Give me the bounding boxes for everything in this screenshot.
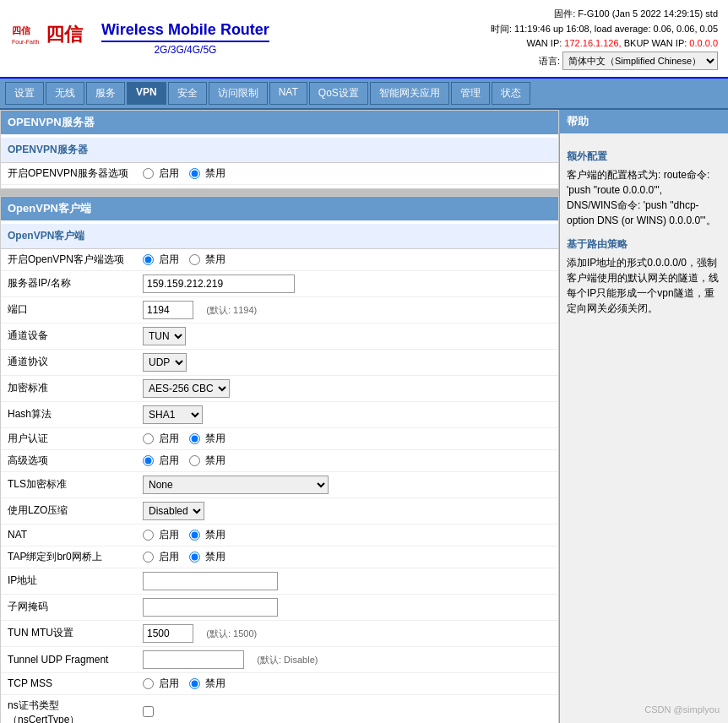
nat-cell: 启用 禁用 <box>136 524 558 546</box>
subnet-input[interactable] <box>143 598 278 617</box>
tunnel-protocol-label: 通道协议 <box>1 349 136 375</box>
server-ip-input[interactable] <box>143 275 295 293</box>
port-label: 端口 <box>1 296 136 323</box>
watermark: CSDN @simplyou <box>644 704 720 715</box>
nav-wireless[interactable]: 无线 <box>46 82 84 105</box>
tcp-mss-row: TCP MSS 启用 禁用 <box>1 672 558 694</box>
nat-row: NAT 启用 禁用 <box>1 524 558 546</box>
nav-bar: 设置 无线 服务 VPN 安全 访问限制 NAT QoS设置 智能网关应用 管理… <box>0 79 728 110</box>
lang-select[interactable]: 简体中文（Simplified Chinese） English <box>562 52 718 70</box>
tls-cipher-label: TLS加密标准 <box>1 471 136 497</box>
nat-disable-radio[interactable] <box>189 530 200 541</box>
ns-cert-label: ns证书类型（nsCertType） <box>1 694 136 723</box>
sidebar-content: 额外配置 客户端的配置格式为: route命令: 'push "route 0.… <box>560 133 728 323</box>
mtu-row: TUN MTU设置 (默认: 1500) <box>1 620 558 646</box>
server-enable-option[interactable]: 启用 <box>143 166 179 181</box>
user-auth-row: 用户认证 启用 禁用 <box>1 427 558 449</box>
tap-bridge-enable[interactable]: 启用 <box>143 550 179 564</box>
tunnel-protocol-select[interactable]: UDP TCP <box>143 353 187 372</box>
nat-enable-radio[interactable] <box>143 530 154 541</box>
hash-row: Hash算法 SHA1 SHA256 MD5 <box>1 401 558 427</box>
hash-select[interactable]: SHA1 SHA256 MD5 <box>143 405 203 424</box>
ip-addr-input[interactable] <box>143 572 278 590</box>
port-row: 端口 (默认: 1194) <box>1 296 558 323</box>
nat-enable[interactable]: 启用 <box>143 528 179 542</box>
tcp-mss-enable-radio[interactable] <box>143 678 154 689</box>
nav-status[interactable]: 状态 <box>492 82 530 105</box>
cipher-select[interactable]: AES-256 CBC AES-128 CBC DES-CBC <box>143 379 230 398</box>
content-area: OPENVPN服务器 OPENVPN服务器 开启OPENVPN服务器选项 启用 <box>0 110 559 723</box>
advanced-row: 高级选项 启用 禁用 <box>1 449 558 471</box>
server-ip-row: 服务器IP/名称 <box>1 270 558 296</box>
server-enable-radio[interactable] <box>143 168 154 179</box>
user-auth-disable-radio[interactable] <box>189 433 200 444</box>
svg-text:四信: 四信 <box>12 25 31 35</box>
tcp-mss-disable[interactable]: 禁用 <box>189 677 225 691</box>
tcp-mss-enable[interactable]: 启用 <box>143 677 179 691</box>
advanced-enable[interactable]: 启用 <box>143 454 179 468</box>
openvpn-client-header: OpenVPN客户端 <box>1 197 558 220</box>
subnet-row: 子网掩码 <box>1 594 558 620</box>
nav-admin[interactable]: 管理 <box>451 82 490 105</box>
wan-ip-value: 172.16.1.126, <box>564 38 621 48</box>
advanced-disable[interactable]: 禁用 <box>189 454 225 468</box>
mtu-input[interactable] <box>143 624 193 643</box>
lzo-row: 使用LZO压缩 Disabled Enabled <box>1 497 558 524</box>
nav-vpn[interactable]: VPN <box>127 82 166 105</box>
server-disable-option[interactable]: 禁用 <box>189 166 225 181</box>
logo-area: 四信 Four-Faith 四信 Wireless Mobile Router … <box>10 17 269 59</box>
tap-bridge-row: TAP绑定到br0网桥上 启用 禁用 <box>1 546 558 568</box>
lzo-label: 使用LZO压缩 <box>1 497 136 524</box>
tap-bridge-label: TAP绑定到br0网桥上 <box>1 546 136 568</box>
sidebar-help-header: 帮助 <box>560 110 728 133</box>
subnet-cell <box>136 594 558 620</box>
client-enable-controls: 启用 禁用 <box>136 249 558 271</box>
svg-text:Four-Faith: Four-Faith <box>12 39 39 45</box>
server-enable-label: 开启OPENVPN服务器选项 <box>1 163 136 185</box>
openvpn-server-form: 开启OPENVPN服务器选项 启用 禁用 <box>1 163 558 185</box>
client-disable-option[interactable]: 禁用 <box>189 253 225 267</box>
nav-services[interactable]: 服务 <box>86 82 125 105</box>
udp-fragment-hint: (默认: Disable) <box>257 655 318 665</box>
user-auth-enable[interactable]: 启用 <box>143 432 179 446</box>
udp-fragment-input[interactable] <box>143 650 244 669</box>
tunnel-device-select[interactable]: TUN TAP <box>143 327 186 345</box>
tap-bridge-disable-radio[interactable] <box>189 552 200 563</box>
nav-security[interactable]: 安全 <box>168 82 207 105</box>
tap-bridge-disable[interactable]: 禁用 <box>189 550 225 564</box>
user-auth-disable[interactable]: 禁用 <box>189 432 225 446</box>
server-enable-row: 开启OPENVPN服务器选项 启用 禁用 <box>1 163 558 185</box>
advanced-label: 高级选项 <box>1 449 136 471</box>
tcp-mss-disable-radio[interactable] <box>189 678 200 689</box>
tcp-mss-label: TCP MSS <box>1 672 136 694</box>
hash-label: Hash算法 <box>1 401 136 427</box>
tap-bridge-enable-radio[interactable] <box>143 552 154 563</box>
tls-cipher-select[interactable]: None AES-128 CBC AES-256 CBC <box>143 476 329 494</box>
server-disable-radio[interactable] <box>189 168 200 179</box>
nat-disable[interactable]: 禁用 <box>189 528 225 542</box>
lzo-select[interactable]: Disabled Enabled <box>143 502 204 520</box>
nav-qos[interactable]: QoS设置 <box>309 82 368 105</box>
user-auth-enable-radio[interactable] <box>143 433 154 444</box>
tunnel-protocol-row: 通道协议 UDP TCP <box>1 349 558 375</box>
nat-label: NAT <box>1 524 136 546</box>
tunnel-device-row: 通道设备 TUN TAP <box>1 323 558 349</box>
client-enable-row: 开启OpenVPN客户端选项 启用 禁用 <box>1 249 558 271</box>
sidebar: 帮助 额外配置 客户端的配置格式为: route命令: 'push "route… <box>559 110 728 723</box>
nav-smart-gateway[interactable]: 智能网关应用 <box>370 82 449 105</box>
port-input[interactable] <box>143 301 193 319</box>
ns-cert-checkbox[interactable] <box>143 706 154 717</box>
nav-access[interactable]: 访问限制 <box>209 82 268 105</box>
lang-row: 语言: 简体中文（Simplified Chinese） English <box>491 52 718 70</box>
nav-settings[interactable]: 设置 <box>5 82 44 105</box>
nav-nat[interactable]: NAT <box>269 82 307 105</box>
wan-ip-label: WAN IP: <box>527 38 562 48</box>
advanced-enable-radio[interactable] <box>143 455 154 466</box>
client-enable-radio[interactable] <box>143 254 154 265</box>
client-enable-option[interactable]: 启用 <box>143 253 179 267</box>
client-disable-radio[interactable] <box>189 254 200 265</box>
mtu-label: TUN MTU设置 <box>1 620 136 646</box>
port-hint: (默认: 1194) <box>206 305 257 315</box>
advanced-disable-radio[interactable] <box>189 455 200 466</box>
openvpn-server-header: OPENVPN服务器 <box>1 111 558 134</box>
